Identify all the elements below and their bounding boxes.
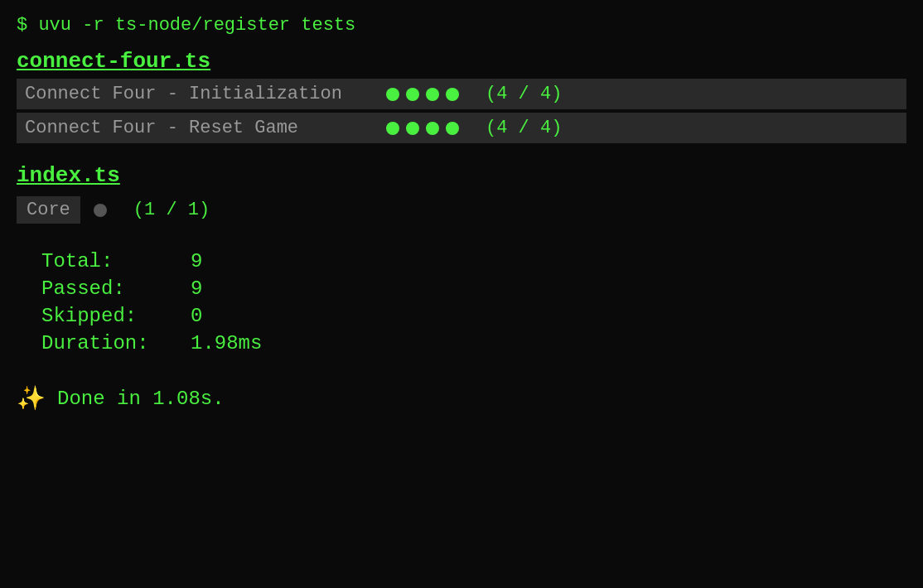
file-section-index: index.ts Core (1 / 1) — [17, 163, 906, 227]
dot-r1 — [386, 122, 399, 135]
dot-2 — [406, 88, 419, 101]
summary-skipped-label: Skipped: — [41, 305, 191, 327]
dot-c1 — [94, 204, 107, 217]
dot-r2 — [406, 122, 419, 135]
summary-skipped-row: Skipped: 0 — [41, 305, 906, 327]
summary-total-row: Total: 9 — [41, 250, 906, 272]
test-count-core: (1 / 1) — [133, 200, 210, 220]
dot-4 — [446, 88, 459, 101]
summary-passed-row: Passed: 9 — [41, 277, 906, 300]
test-row-initialization: Connect Four - Initialization (4 / 4) — [17, 79, 906, 109]
summary-total-label: Total: — [41, 250, 191, 272]
summary-total-value: 9 — [191, 250, 202, 272]
test-row-reset: Connect Four - Reset Game (4 / 4) — [17, 113, 906, 143]
dots-initialization — [386, 88, 459, 101]
core-row: Core (1 / 1) — [17, 193, 906, 227]
done-line: ✨ Done in 1.08s. — [17, 384, 906, 412]
dots-core — [94, 204, 107, 217]
dot-r4 — [446, 122, 459, 135]
summary-skipped-value: 0 — [191, 305, 202, 327]
summary-duration-label: Duration: — [41, 332, 191, 354]
dot-r3 — [426, 122, 439, 135]
file-section-connect-four: connect-four.ts Connect Four - Initializ… — [17, 49, 906, 143]
sparkle-icon: ✨ — [17, 384, 46, 412]
summary-passed-value: 9 — [191, 277, 202, 300]
dot-3 — [426, 88, 439, 101]
summary-passed-label: Passed: — [41, 277, 191, 300]
done-text: Done in 1.08s. — [57, 388, 225, 410]
test-name-initialization: Connect Four - Initialization — [25, 84, 373, 104]
summary-section: Total: 9 Passed: 9 Skipped: 0 Duration: … — [41, 250, 906, 354]
test-name-reset: Connect Four - Reset Game — [25, 118, 373, 138]
file-name-index: index.ts — [17, 163, 120, 188]
file-name-connect-four: connect-four.ts — [17, 49, 210, 74]
terminal-window: $ uvu -r ts-node/register tests connect-… — [17, 15, 906, 412]
dot-1 — [386, 88, 399, 101]
test-count-reset: (4 / 4) — [486, 118, 562, 138]
core-label: Core — [17, 196, 80, 224]
summary-duration-value: 1.98ms — [191, 332, 262, 354]
summary-duration-row: Duration: 1.98ms — [41, 332, 906, 354]
dots-reset — [386, 122, 459, 135]
test-count-initialization: (4 / 4) — [486, 84, 562, 104]
command-line: $ uvu -r ts-node/register tests — [17, 15, 906, 36]
